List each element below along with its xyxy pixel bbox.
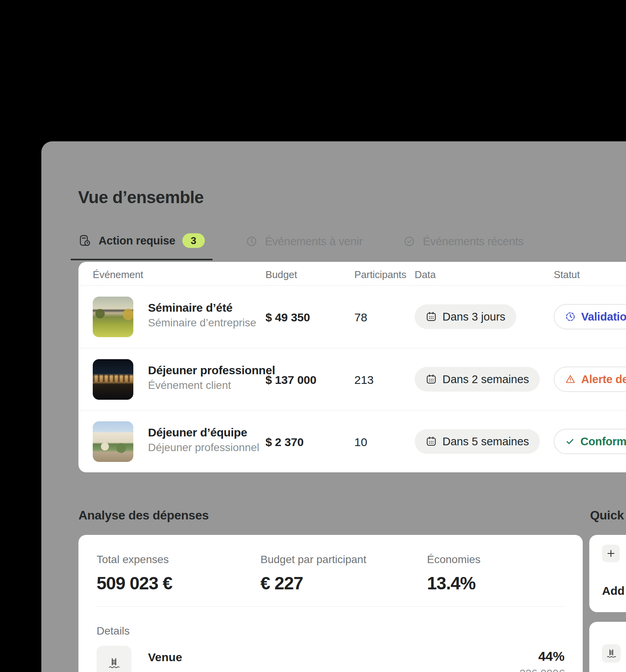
col-statut: Statut [554, 269, 580, 281]
event-budget: $ 2 370 [265, 436, 304, 449]
event-title: Séminaire d’été [148, 301, 256, 315]
tab-action-requise[interactable]: Action requise 3 [71, 229, 213, 260]
event-participants: 10 [354, 436, 367, 449]
event-subtitle: Déjeuner professionnel [148, 441, 259, 454]
event-subtitle: Événement client [148, 379, 275, 392]
col-data: Data [415, 269, 436, 281]
col-budget: Budget [265, 269, 297, 281]
task-clock-icon [78, 234, 92, 247]
expenses-heading: Analyse des dépenses [78, 508, 209, 523]
status-label: Alerte de coût [581, 373, 626, 386]
count-badge: 3 [182, 233, 205, 248]
event-date: Dans 3 jours [442, 311, 505, 323]
tab-evenements-recents[interactable]: Événements récents [395, 229, 531, 260]
divider [97, 606, 565, 607]
add-button[interactable] [602, 545, 620, 562]
status-badge[interactable]: Alerte de coût [554, 367, 626, 392]
event-participants: 213 [354, 373, 374, 387]
screenshot-stage: Vue d’ensemble Action requise 3 É [0, 0, 626, 672]
tab-label: Événements à venir [265, 235, 363, 248]
expenses-card: Total expenses 509 023 € Budget par part… [78, 535, 583, 672]
events-table: Événement Budget Participants Data Statu… [78, 262, 626, 472]
table-row[interactable]: Séminaire d’été Séminaire d’entreprise $… [78, 286, 626, 348]
event-date-chip: Dans 3 jours [415, 304, 516, 329]
add-event-label: Add event [602, 584, 626, 597]
status-badge[interactable]: Validation requise [554, 304, 626, 329]
event-thumbnail [93, 421, 133, 462]
tab-label: Événements récents [423, 235, 524, 248]
status-label: Validation requise [581, 311, 626, 323]
check-circle-icon [403, 235, 416, 248]
event-title: Déjeuner d’équipe [148, 426, 259, 440]
dashed-clock-icon [565, 311, 576, 322]
status-label: Conforme [580, 435, 626, 448]
stat-value-budget-per-participant: € 227 [260, 573, 366, 594]
table-header: Événement Budget Participants Data Statu… [78, 262, 626, 286]
event-date: Dans 2 semaines [442, 373, 529, 386]
stat-value-total-expenses: 509 023 € [97, 573, 172, 594]
add-event-card[interactable]: Add event [589, 535, 626, 612]
warning-triangle-icon [565, 373, 576, 385]
calendar-icon [425, 436, 437, 447]
event-title: Déjeuner professionnel [148, 364, 275, 377]
status-badge[interactable]: Conforme [554, 429, 626, 454]
table-row[interactable]: Déjeuner professionnel Événement client … [78, 348, 626, 410]
tab-evenements-a-venir[interactable]: Événements à venir [237, 229, 371, 260]
event-date: Dans 5 semaines [442, 435, 529, 448]
stat-label-budget-per-participant: Budget par participant [260, 553, 366, 566]
event-budget: $ 137 000 [265, 373, 316, 387]
col-participants: Participants [354, 269, 407, 281]
details-label: Details [97, 625, 130, 637]
calendar-icon [425, 311, 437, 322]
detail-row-label[interactable]: Venue [148, 651, 182, 664]
detail-row-amount: 226 000€ [519, 667, 565, 672]
plus-icon [606, 548, 616, 558]
pool-ladder-button[interactable] [602, 644, 621, 663]
event-participants: 78 [354, 311, 367, 324]
pool-ladder-icon [605, 647, 617, 660]
page-title: Vue d’ensemble [78, 188, 204, 207]
check-icon [565, 436, 575, 447]
tab-bar: Action requise 3 Événements à venir Évén… [71, 229, 531, 260]
calendar-icon [425, 373, 437, 385]
event-thumbnail [93, 359, 133, 400]
clock-icon [245, 235, 258, 248]
detail-row-percent: 44% [538, 649, 565, 664]
event-date-chip: Dans 5 semaines [415, 429, 540, 454]
stat-value-savings: 13.4% [427, 573, 481, 594]
pool-ladder-icon [107, 656, 121, 670]
quick-action-card[interactable] [589, 622, 626, 672]
table-row[interactable]: Déjeuner d’équipe Déjeuner professionnel… [78, 410, 626, 472]
tab-label: Action requise [99, 234, 175, 247]
stat-label-savings: Économies [427, 553, 481, 566]
event-budget: $ 49 350 [265, 311, 310, 324]
venue-icon-tile [97, 646, 131, 672]
stat-label-total-expenses: Total expenses [97, 553, 172, 566]
event-thumbnail [93, 297, 133, 337]
quick-actions-heading: Quick actions [590, 508, 626, 523]
event-subtitle: Séminaire d’entreprise [148, 317, 256, 329]
event-date-chip: Dans 2 semaines [415, 367, 540, 392]
col-evenement: Événement [93, 269, 143, 281]
